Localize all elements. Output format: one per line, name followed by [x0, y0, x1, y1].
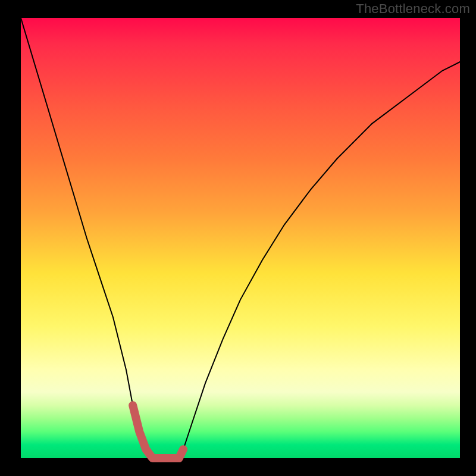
chart-frame: TheBottleneck.com [0, 0, 476, 476]
curve-layer [21, 18, 460, 458]
bottom-highlight [133, 405, 183, 458]
watermark-text: TheBottleneck.com [356, 1, 470, 17]
bottleneck-curve [21, 18, 460, 458]
